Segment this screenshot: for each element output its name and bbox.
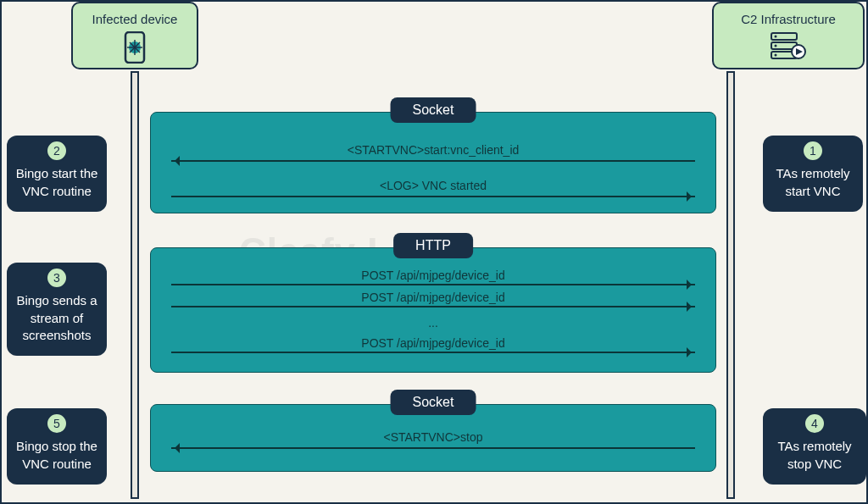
lifeline-left	[131, 71, 139, 499]
arrow-left-icon	[171, 447, 695, 449]
step-number: 2	[46, 140, 68, 162]
step-text: TAs remotely start VNC	[768, 165, 858, 200]
arrow-right-icon	[171, 284, 695, 285]
actor-right-title: C2 Infrastructure	[726, 12, 851, 26]
message-text: ...	[171, 316, 695, 330]
actor-c2-infrastructure: C2 Infrastructure	[712, 2, 865, 69]
arrow-right-icon	[171, 196, 695, 197]
step-1: 1 TAs remotely start VNC	[763, 136, 863, 212]
arrow-right-icon	[171, 306, 695, 307]
message-text: POST /api/mjpeg/device_id	[171, 291, 695, 304]
step-text: TAs remotely stop VNC	[768, 438, 861, 473]
panel-socket-stop: Socket <STARTVNC>stop	[150, 404, 716, 472]
svg-point-11	[775, 54, 777, 57]
step-3: 3 Bingo sends a stream of screenshots	[7, 263, 107, 356]
arrow-left-icon	[171, 160, 695, 162]
step-2: 2 Bingo start the VNC routine	[7, 136, 107, 212]
svg-point-10	[775, 45, 777, 47]
svg-point-9	[775, 36, 777, 38]
step-number: 5	[46, 413, 68, 435]
step-text: Bingo start the VNC routine	[12, 165, 102, 200]
panel-header: HTTP	[393, 233, 473, 258]
step-number: 4	[804, 413, 826, 435]
phone-malware-icon	[85, 31, 185, 64]
message-text: <STARTVNC>start:vnc_client_id	[171, 143, 695, 157]
message-text: <LOG> VNC started	[171, 179, 695, 192]
server-icon	[726, 31, 851, 60]
message-text: POST /api/mjpeg/device_id	[171, 269, 695, 282]
actor-infected-device: Infected device	[71, 2, 198, 69]
step-5: 5 Bingo stop the VNC routine	[7, 408, 107, 485]
lifeline-right	[726, 71, 735, 499]
message-text: POST /api/mjpeg/device_id	[171, 336, 695, 350]
step-4: 4 TAs remotely stop VNC	[763, 408, 866, 485]
step-text: Bingo stop the VNC routine	[12, 438, 102, 473]
message-text: <STARTVNC>stop	[171, 430, 695, 444]
panel-http: HTTP POST /api/mjpeg/device_id POST /api…	[150, 247, 716, 373]
panel-header: Socket	[391, 390, 476, 415]
step-number: 3	[46, 267, 68, 289]
arrow-right-icon	[171, 352, 695, 353]
step-number: 1	[802, 140, 824, 162]
panel-header: Socket	[391, 97, 476, 123]
step-text: Bingo sends a stream of screenshots	[12, 292, 102, 344]
panel-socket-start: Socket <STARTVNC>start:vnc_client_id <LO…	[150, 112, 716, 213]
actor-left-title: Infected device	[85, 12, 185, 26]
